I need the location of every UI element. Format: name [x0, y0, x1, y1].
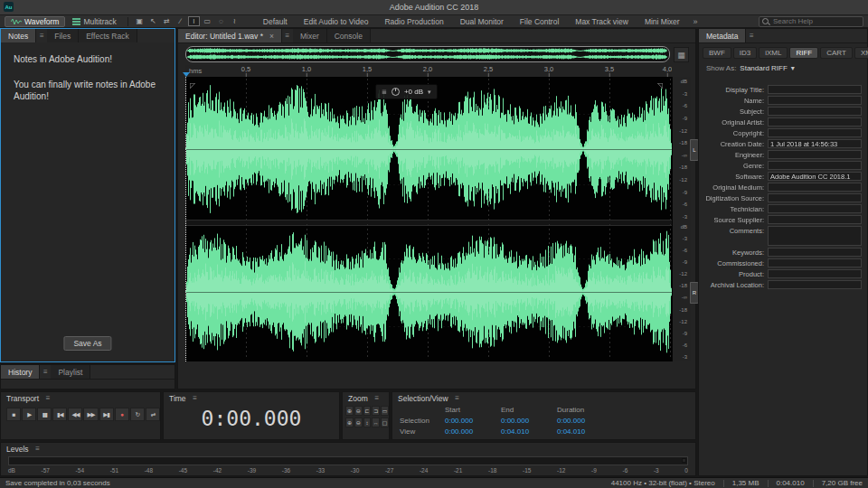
- tab-notes[interactable]: Notes: [1, 29, 36, 42]
- hud-pin-icon[interactable]: ▾: [428, 89, 431, 96]
- tab-cart[interactable]: CART: [820, 47, 853, 59]
- original-medium-field[interactable]: [768, 183, 862, 192]
- name-field[interactable]: [768, 96, 862, 105]
- lasso-selection-tool-icon[interactable]: ◌: [215, 16, 227, 26]
- tab-effects-rack[interactable]: Effects Rack: [79, 29, 137, 42]
- fast-forward-button[interactable]: ▶▶: [83, 408, 98, 421]
- tab-mixer[interactable]: Mixer: [293, 29, 327, 42]
- zoom-out-full-vertical-button[interactable]: ↕: [363, 418, 372, 427]
- zoom-reset-button[interactable]: ▢: [381, 418, 389, 427]
- panel-menu-icon[interactable]: ≡: [282, 29, 293, 42]
- selection-start-value[interactable]: 0:00.000: [445, 417, 501, 425]
- record-button[interactable]: ●: [115, 408, 129, 421]
- panel-menu-icon[interactable]: ≡: [42, 394, 53, 402]
- move-tool-icon[interactable]: ↖: [147, 16, 159, 26]
- save-as-button[interactable]: Save As: [63, 336, 111, 351]
- zoom-out-horizontal-button[interactable]: ⊖: [354, 406, 363, 416]
- tab-bwf[interactable]: BWF: [703, 47, 731, 59]
- waveform-display[interactable]: ◸ ◹: [185, 77, 672, 361]
- zoom-out-full-horizontal-button[interactable]: ↔: [372, 418, 380, 427]
- panel-menu-icon[interactable]: ≡: [36, 29, 47, 42]
- commissioned-field[interactable]: [768, 258, 862, 267]
- workspace-mini-mixer-button[interactable]: Mini Mixer: [637, 17, 688, 26]
- skip-selection-button[interactable]: ⇄: [146, 408, 160, 421]
- chevron-down-icon[interactable]: ▾: [791, 64, 795, 72]
- panel-layout-icon[interactable]: ▣: [134, 16, 146, 26]
- timeline-ruler[interactable]: hms 0,5 1,0 1,5 2,0 2,5 3,0 3,5 4,0: [185, 65, 672, 78]
- engineer-field[interactable]: [768, 150, 862, 159]
- zoom-to-selection-button[interactable]: ▭: [381, 406, 389, 416]
- comments-field[interactable]: [768, 226, 862, 246]
- workspace-overflow-button[interactable]: »: [690, 17, 702, 26]
- creation-date-field[interactable]: [768, 139, 862, 148]
- panel-menu-icon[interactable]: ≡: [372, 394, 382, 402]
- workspace-file-control-button[interactable]: File Control: [512, 17, 567, 26]
- razor-tool-icon[interactable]: ∕: [175, 16, 186, 26]
- tab-xmp[interactable]: XMP: [854, 47, 868, 59]
- panel-menu-icon[interactable]: ≡: [40, 365, 51, 379]
- tab-id3[interactable]: ID3: [733, 47, 757, 59]
- product-field[interactable]: [768, 269, 862, 278]
- zoom-out-vertical-button[interactable]: ⊖: [354, 418, 363, 427]
- archival-location-field[interactable]: [768, 280, 862, 289]
- zoom-navigator[interactable]: [185, 46, 670, 62]
- selection-end-value[interactable]: 0:00.000: [501, 417, 557, 425]
- display-title-field[interactable]: [768, 85, 862, 94]
- copyright-field[interactable]: [768, 128, 862, 137]
- marquee-selection-tool-icon[interactable]: ▭: [202, 16, 213, 26]
- view-end-value[interactable]: 0:04.010: [501, 427, 557, 436]
- level-meter[interactable]: [8, 456, 688, 465]
- navigator-options-icon[interactable]: ▦: [674, 47, 689, 62]
- time-selection-tool-icon[interactable]: I: [188, 16, 200, 26]
- digitization-source-field[interactable]: [768, 193, 862, 202]
- hud-gain-value[interactable]: +0 dB: [404, 88, 423, 96]
- zoom-in-vertical-button[interactable]: ⊕: [345, 418, 354, 427]
- hud-volume-knob-icon[interactable]: [392, 88, 400, 96]
- paintbrush-selection-tool-icon[interactable]: ≀: [229, 16, 241, 26]
- loop-playback-button[interactable]: ↻: [130, 408, 145, 421]
- selection-duration-value[interactable]: 0:00.000: [557, 417, 613, 425]
- waveform-view-button[interactable]: Waveform: [5, 16, 65, 27]
- view-start-value[interactable]: 0:00.000: [445, 427, 501, 436]
- panel-menu-icon[interactable]: ≡: [33, 445, 43, 453]
- original-artist-field[interactable]: [768, 117, 862, 127]
- zoom-in-at-out-point-button[interactable]: ⊐: [372, 406, 380, 416]
- workspace-edit-audio-to-video-button[interactable]: Edit Audio to Video: [296, 17, 377, 26]
- view-duration-value[interactable]: 0:04.010: [557, 427, 613, 436]
- tab-files[interactable]: Files: [47, 29, 79, 42]
- tab-history[interactable]: History: [1, 365, 40, 379]
- waveform-right-channel[interactable]: [185, 224, 672, 360]
- tab-editor[interactable]: Editor: Untitled 1.wav * ×: [178, 29, 282, 42]
- zoom-in-horizontal-button[interactable]: ⊕: [345, 406, 354, 416]
- tab-ixml[interactable]: iXML: [759, 47, 788, 59]
- tab-playlist[interactable]: Playlist: [51, 365, 90, 379]
- genre-field[interactable]: [768, 161, 862, 170]
- fade-in-handle-icon[interactable]: ◸: [190, 81, 195, 89]
- move-cti-previous-button[interactable]: ▮◀: [52, 408, 67, 421]
- panel-menu-icon[interactable]: ≡: [746, 29, 757, 42]
- amplitude-ruler[interactable]: dB-3-6-9-12-18-∞-18-12-9-6-3 dB-3-6-9-12…: [672, 77, 691, 361]
- close-tab-icon[interactable]: ×: [269, 32, 274, 41]
- software-field[interactable]: [768, 172, 862, 181]
- source-supplier-field[interactable]: [768, 215, 862, 224]
- tab-console[interactable]: Console: [327, 29, 371, 42]
- search-help-box[interactable]: [759, 16, 863, 27]
- multitrack-view-button[interactable]: Multitrack: [67, 16, 121, 26]
- workspace-radio-production-button[interactable]: Radio Production: [376, 17, 451, 26]
- time-display[interactable]: 0:00.000: [164, 407, 339, 430]
- technician-field[interactable]: [768, 204, 862, 213]
- panel-menu-icon[interactable]: ≡: [452, 394, 463, 402]
- playhead-handle[interactable]: [183, 72, 190, 77]
- pause-button[interactable]: ▮▮: [37, 408, 52, 421]
- rewind-button[interactable]: ◀◀: [68, 408, 82, 421]
- move-cti-next-button[interactable]: ▶▮: [99, 408, 114, 421]
- keywords-field[interactable]: [768, 248, 862, 257]
- subject-field[interactable]: [768, 107, 862, 116]
- fade-out-handle-icon[interactable]: ◹: [657, 81, 663, 89]
- playhead[interactable]: [185, 77, 186, 361]
- search-input[interactable]: [771, 16, 860, 26]
- tab-metadata[interactable]: Metadata: [699, 29, 746, 42]
- volume-hud[interactable]: ≣ +0 dB ▾: [375, 84, 438, 99]
- stop-button[interactable]: ■: [6, 408, 21, 421]
- workspace-dual-monitor-button[interactable]: Dual Monitor: [452, 17, 512, 26]
